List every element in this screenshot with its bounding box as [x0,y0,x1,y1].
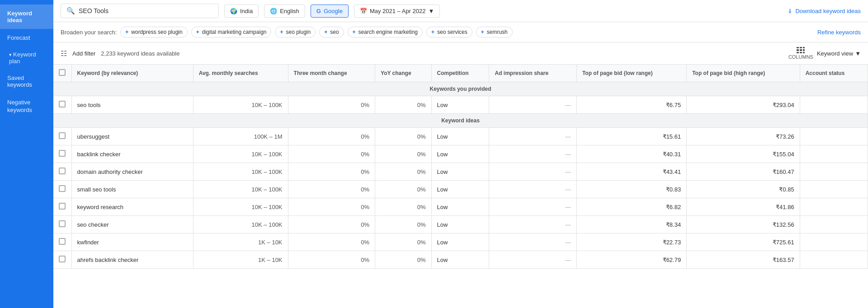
competition-cell: Low [431,181,489,198]
row-checkbox[interactable] [53,198,71,216]
columns-button[interactable]: COLUMNS [788,47,813,60]
table-row: ubersuggest 100K – 1M 0% 0% Low — ₹15.61… [53,128,868,145]
yoy-cell: 0% [375,181,432,198]
table-row: kwfinder 1K – 10K 0% 0% Low — ₹22.73 ₹72… [53,233,868,251]
broaden-chip-4[interactable]: + search engine marketing [348,27,423,37]
download-button[interactable]: ⇓ Download keyword ideas [788,8,861,14]
bid-low-cell: ₹15.61 [576,128,686,145]
account-status-cell [800,96,868,114]
chevron-down-icon: ▼ [428,8,434,14]
plus-icon: + [324,29,327,35]
th-ad-impression[interactable]: Ad impression share [489,65,576,82]
section-label-provided: Keywords you provided [53,82,868,96]
ad-impression-cell: — [489,233,576,251]
th-competition[interactable]: Competition [431,65,489,82]
avg-monthly-cell: 100K – 1M [193,128,288,145]
broaden-chip-2[interactable]: + seo plugin [275,27,316,37]
yoy-cell: 0% [375,198,432,216]
row-checkbox[interactable] [53,96,71,114]
avg-monthly-cell: 10K – 100K [193,216,288,233]
bid-low-cell: ₹22.73 [576,233,686,251]
three-month-cell: 0% [288,96,375,114]
th-three-month[interactable]: Three month change [288,65,375,82]
bid-high-cell: ₹160.47 [687,163,800,181]
table-row: keyword research 10K – 100K 0% 0% Low — … [53,198,868,216]
refine-keywords-button[interactable]: Refine keywords [817,29,861,36]
sidebar-item-keyword-plan[interactable]: Keyword plan [0,47,53,69]
language-button[interactable]: 🌐 English [264,5,305,18]
row-checkbox[interactable] [53,233,71,251]
avg-monthly-cell: 10K – 100K [193,181,288,198]
avg-monthly-cell: 10K – 100K [193,163,288,181]
keyword-cell: kwfinder [71,233,193,251]
date-range-button[interactable]: 📅 May 2021 – Apr 2022 ▼ [354,5,440,18]
bid-high-cell: ₹132.56 [687,216,800,233]
competition-cell: Low [431,216,489,233]
row-checkbox[interactable] [53,145,71,163]
row-checkbox[interactable] [53,181,71,198]
broaden-label: Broaden your search: [61,29,117,36]
th-checkbox [53,65,71,82]
bid-low-cell: ₹0.83 [576,181,686,198]
bid-low-cell: ₹43.41 [576,163,686,181]
sidebar: Keyword ideas Forecast Keyword plan Save… [0,0,53,308]
yoy-cell: 0% [375,251,432,269]
table-row: small seo tools 10K – 100K 0% 0% Low — ₹… [53,181,868,198]
calendar-icon: 📅 [360,8,367,14]
three-month-cell: 0% [288,128,375,145]
location-button[interactable]: 🌍 India [224,5,259,18]
plus-icon: + [353,29,356,35]
sidebar-item-keyword-ideas[interactable]: Keyword ideas [0,5,53,29]
keyword-cell: domain authority checker [71,163,193,181]
th-keyword[interactable]: Keyword (by relevance) [71,65,193,82]
account-status-cell [800,216,868,233]
row-checkbox[interactable] [53,216,71,233]
plus-icon: + [481,29,484,35]
table-row: backlink checker 10K – 100K 0% 0% Low — … [53,145,868,163]
ad-impression-cell: — [489,96,576,114]
competition-cell: Low [431,251,489,269]
sidebar-item-forecast[interactable]: Forecast [0,29,53,47]
broaden-chip-0[interactable]: + wordpress seo plugin [120,27,187,37]
select-all-checkbox[interactable] [59,69,66,76]
account-status-cell [800,233,868,251]
keyword-cell: ahrefs backlink checker [71,251,193,269]
sidebar-item-saved-keywords[interactable]: Saved keywords [0,69,53,93]
th-bid-low[interactable]: Top of page bid (low range) [576,65,686,82]
account-status-cell [800,251,868,269]
bid-high-cell: ₹0.85 [687,181,800,198]
broaden-chip-5[interactable]: + seo services [426,27,472,37]
th-avg-monthly[interactable]: Avg. monthly searches [193,65,288,82]
search-input[interactable] [79,7,213,14]
filter-bar: ☷ Add filter 2,233 keyword ideas availab… [53,42,868,65]
keyword-view-button[interactable]: Keyword view ▼ [817,50,861,57]
keyword-cell: keyword research [71,198,193,216]
filter-icon[interactable]: ☷ [61,49,67,58]
three-month-cell: 0% [288,216,375,233]
download-icon: ⇓ [788,8,793,14]
bid-low-cell: ₹40.31 [576,145,686,163]
row-checkbox[interactable] [53,128,71,145]
sidebar-item-negative-keywords[interactable]: Negative keywords [0,93,53,120]
ad-impression-cell: — [489,163,576,181]
add-filter-button[interactable]: Add filter [72,50,95,57]
avg-monthly-cell: 1K – 10K [193,251,288,269]
th-account-status[interactable]: Account status [800,65,868,82]
ad-impression-cell: — [489,181,576,198]
three-month-cell: 0% [288,145,375,163]
three-month-cell: 0% [288,198,375,216]
search-engine-button[interactable]: G Google [311,5,349,18]
broaden-chip-3[interactable]: + seo [319,27,344,37]
broaden-chip-1[interactable]: + digital marketing campaign [191,27,272,37]
row-checkbox[interactable] [53,163,71,181]
row-checkbox[interactable] [53,251,71,269]
ad-impression-cell: — [489,251,576,269]
bid-low-cell: ₹8.34 [576,216,686,233]
th-bid-high[interactable]: Top of page bid (high range) [687,65,800,82]
table-row: seo checker 10K – 100K 0% 0% Low — ₹8.34… [53,216,868,233]
language-icon: 🌐 [270,8,277,14]
broaden-chip-6[interactable]: + semrush [476,27,513,37]
yoy-cell: 0% [375,128,432,145]
three-month-cell: 0% [288,251,375,269]
th-yoy[interactable]: YoY change [375,65,432,82]
